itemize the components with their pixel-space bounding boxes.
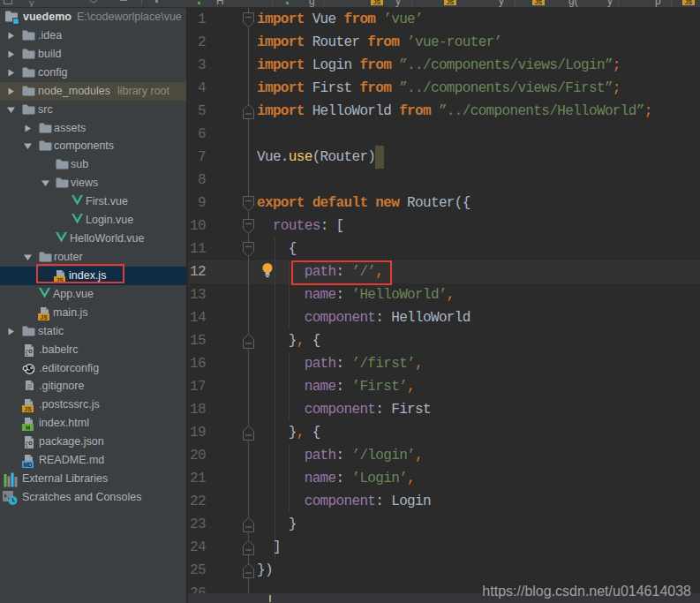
svg-text:H: H <box>26 425 30 431</box>
svg-text:{: { <box>25 347 29 355</box>
svg-text:{: { <box>25 440 29 448</box>
svg-text:JS: JS <box>25 406 33 412</box>
svg-text:JS: JS <box>41 313 49 320</box>
svg-text:MD: MD <box>23 462 32 468</box>
